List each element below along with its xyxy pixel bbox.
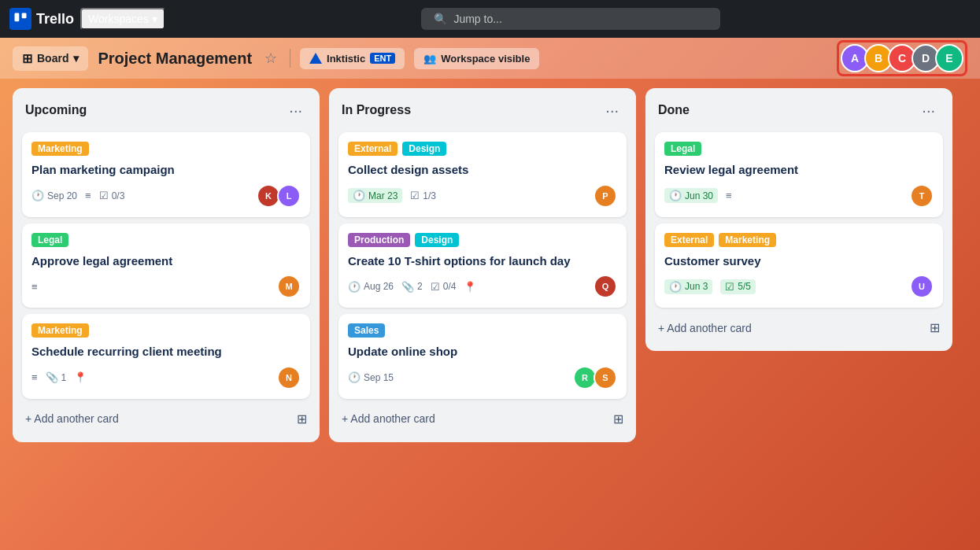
column-upcoming: Upcoming ··· Marketing Plan marketing ca… [13,88,320,442]
column-menu-button-in-progress[interactable]: ··· [601,101,623,120]
card-avatars: Q [594,275,617,298]
card-avatars: T [910,184,934,208]
card-avatar: L [277,184,301,208]
meta-date: 🕐 Aug 26 [348,281,394,293]
workspace-tier-badge: ENT [370,53,395,64]
meta-desc: ≡ [31,371,38,383]
chevron-down-icon: ▾ [73,52,79,65]
board-view-icon: ⊞ [22,51,32,66]
card-avatar: N [277,366,301,389]
svg-rect-0 [15,13,20,22]
add-card-button-done[interactable]: + Add another card ⊞ [655,314,943,341]
card-approve-legal[interactable]: Legal Approve legal agreement ≡ M [22,223,310,308]
card-update-shop[interactable]: Sales Update online shop 🕐 Sep 15 R S [338,314,627,399]
card-customer-survey[interactable]: External Marketing Customer survey 🕐 Jun… [655,223,943,308]
trello-logo: Trello [9,8,74,30]
column-title-done: Done [658,103,690,117]
meta-desc: ≡ [85,190,91,201]
board-header: ⊞ Board ▾ Project Management ☆ Inktistic… [0,38,980,79]
pin-icon: 📍 [74,371,87,383]
checklist-icon: ☑ [431,281,440,293]
clock-icon: 🕐 [669,190,682,201]
attach-icon: 📎 [401,281,414,293]
column-menu-button-done[interactable]: ··· [917,101,940,120]
pin-icon: 📍 [464,281,476,293]
workspace-name: Inktistic [327,53,365,65]
search-icon: 🔍 [434,13,447,25]
workspaces-button[interactable]: Workspaces ▾ [80,8,165,30]
card-tags: External Design [348,142,617,156]
meta-attach: 📎 2 [401,281,423,293]
card-avatar: P [594,184,617,208]
meta-attach: 📎 1 [46,371,67,383]
card-meta: ≡ [31,281,38,293]
card-avatar: Q [594,275,617,298]
card-meta: 🕐 Sep 15 [348,371,394,383]
meta-date: 🕐 Sep 20 [31,190,77,201]
template-icon: ⊞ [613,412,623,426]
visibility-icon: 👥 [423,53,436,65]
add-card-label: + Add another card [342,412,435,425]
card-avatars: M [277,275,301,298]
card-plan-marketing[interactable]: Marketing Plan marketing campaign 🕐 Sep … [22,132,310,217]
column-title-upcoming: Upcoming [25,103,87,117]
meta-date: 🕐 Sep 15 [348,371,394,383]
svg-rect-1 [22,13,27,19]
inktistic-logo-icon [309,53,322,64]
card-footer: 🕐 Mar 23 ☑ 1/3 P [348,184,617,208]
add-card-label: + Add another card [25,412,119,425]
card-title: Create 10 T-shirt options for launch day [348,253,617,269]
column-header-upcoming: Upcoming ··· [22,98,310,126]
attach-icon: 📎 [46,371,58,383]
card-review-legal[interactable]: Legal Review legal agreement 🕐 Jun 30 ≡ … [655,132,943,217]
card-meta: 🕐 Jun 30 ≡ [664,188,732,203]
meta-pin: 📍 [464,281,476,293]
card-title: Collect design assets [348,162,617,178]
card-meta: 🕐 Mar 23 ☑ 1/3 [348,188,436,203]
add-card-button-in-progress[interactable]: + Add another card ⊞ [338,405,627,433]
card-avatars: N [277,366,301,389]
desc-icon: ≡ [726,190,732,201]
card-avatar: M [277,275,301,298]
card-tags: Production Design [348,233,617,247]
board-view-button[interactable]: ⊞ Board ▾ [13,46,88,71]
tag-legal: Legal [31,233,68,247]
clock-icon: 🕐 [353,190,365,201]
tag-design: Design [402,142,446,156]
visibility-button[interactable]: 👥 Workspace visible [414,48,539,69]
column-menu-button-upcoming[interactable]: ··· [284,101,307,120]
avatar[interactable]: E [935,44,963,72]
template-icon: ⊞ [297,412,307,426]
search-bar[interactable]: 🔍 Jump to... [421,8,720,30]
meta-date-green: 🕐 Jun 3 [664,279,712,294]
card-tags: External Marketing [664,233,934,247]
card-tags: Marketing [31,323,301,338]
board-title: Project Management [98,50,252,68]
template-icon: ⊞ [930,320,940,335]
card-footer: 🕐 Aug 26 📎 2 ☑ 0/4 📍 [348,275,617,298]
meta-desc: ≡ [726,190,732,201]
column-header-done: Done ··· [655,98,943,126]
card-meta: 🕐 Aug 26 📎 2 ☑ 0/4 📍 [348,281,476,293]
card-collect-design[interactable]: External Design Collect design assets 🕐 … [338,132,627,217]
column-in-progress: In Progress ··· External Design Collect … [329,88,636,442]
board-content: Upcoming ··· Marketing Plan marketing ca… [0,79,980,452]
card-tags: Marketing [31,142,301,156]
card-create-tshirt[interactable]: Production Design Create 10 T-shirt opti… [338,223,627,308]
clock-icon: 🕐 [669,281,682,293]
workspace-badge: Inktistic ENT [300,48,405,69]
card-title: Update online shop [348,344,617,360]
card-title: Plan marketing campaign [31,162,301,178]
column-done: Done ··· Legal Review legal agreement 🕐 … [645,88,952,351]
tag-marketing: Marketing [719,233,776,247]
trello-logo-icon [9,8,31,30]
desc-icon: ≡ [31,371,38,383]
meta-date-green: 🕐 Jun 30 [664,188,718,203]
add-card-label: + Add another card [658,322,752,334]
star-button[interactable]: ☆ [261,46,280,70]
add-card-button-upcoming[interactable]: + Add another card ⊞ [22,405,310,433]
clock-icon: 🕐 [348,371,361,383]
card-avatars: R S [573,366,617,389]
card-schedule-meeting[interactable]: Marketing Schedule recurring client meet… [22,314,310,399]
clock-icon: 🕐 [348,281,361,293]
